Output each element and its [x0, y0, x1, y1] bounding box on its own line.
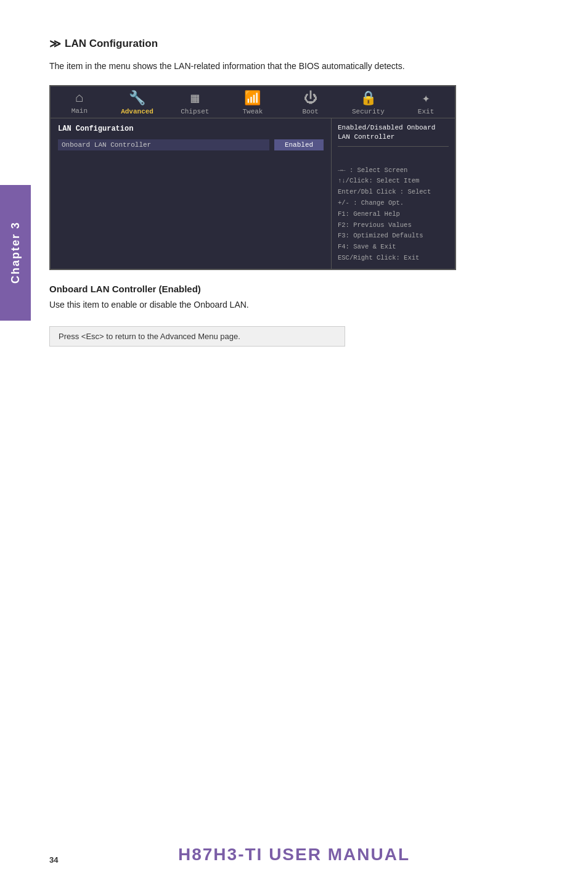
tweak-icon: 📶 [244, 90, 261, 107]
help-line: ESC/Right Click: Exit [338, 253, 449, 263]
bios-help-text: →← : Select Screen↑↓/Click: Select ItemE… [338, 165, 449, 263]
boot-icon: ⏻ [304, 90, 317, 107]
onboard-lan-desc: Use this item to enable or disable the O… [49, 298, 539, 313]
nav-label-advanced: Advanced [121, 108, 153, 115]
nav-label-boot: Boot [302, 108, 318, 115]
nav-item-advanced[interactable]: 🔧 Advanced [116, 90, 159, 115]
nav-item-security[interactable]: 🔒 Security [346, 90, 390, 115]
chapter-label: Chapter 3 [9, 221, 22, 284]
main-icon: ⌂ [75, 91, 83, 106]
nav-label-security: Security [352, 108, 385, 115]
chipset-icon: ▦ [191, 90, 199, 107]
nav-item-main[interactable]: ⌂ Main [58, 91, 101, 115]
bios-nav-bar: ⌂ Main 🔧 Advanced ▦ Chipset 📶 Tweak ⏻ Bo… [51, 86, 455, 118]
advanced-icon: 🔧 [129, 90, 145, 107]
nav-label-chipset: Chipset [181, 108, 209, 115]
exit-icon: ✦ [422, 90, 430, 107]
bios-ui-box: ⌂ Main 🔧 Advanced ▦ Chipset 📶 Tweak ⏻ Bo… [49, 85, 456, 270]
bios-right-panel: Enabled/Disabled Onboard LAN Controller … [332, 118, 455, 269]
bios-main-area: LAN Configuration Onboard LAN Controller… [51, 118, 455, 269]
footer-title: H87H3-TI USER MANUAL [0, 845, 588, 865]
nav-item-exit[interactable]: ✦ Exit [404, 90, 447, 115]
help-line: F2: Previous Values [338, 220, 449, 231]
security-icon: 🔒 [360, 90, 377, 107]
bios-row-value: Enabled [274, 139, 324, 150]
page-number: 34 [49, 855, 58, 865]
section-description: The item in the menu shows the LAN-relat… [49, 59, 539, 74]
bios-section-title: LAN Configuration [58, 125, 324, 133]
help-line: Enter/Dbl Click : Select [338, 187, 449, 197]
bios-left-panel: LAN Configuration Onboard LAN Controller… [51, 118, 332, 269]
esc-hint: Press <Esc> to return to the Advanced Me… [49, 326, 345, 347]
nav-item-chipset[interactable]: ▦ Chipset [173, 90, 216, 115]
help-line: ↑↓/Click: Select Item [338, 176, 449, 186]
section-title-text: LAN Configuration [65, 38, 158, 50]
nav-label-main: Main [71, 107, 88, 115]
nav-item-tweak[interactable]: 📶 Tweak [231, 90, 274, 115]
bios-row-label: Onboard LAN Controller [58, 139, 269, 150]
nav-label-exit: Exit [418, 108, 434, 115]
nav-label-tweak: Tweak [242, 108, 263, 115]
section-title: ≫ LAN Configuration [49, 37, 539, 51]
help-line: F3: Optimized Defaults [338, 231, 449, 241]
help-line: F4: Save & Exit [338, 242, 449, 252]
help-line: F1: General Help [338, 209, 449, 220]
help-line: +/- : Change Opt. [338, 198, 449, 208]
help-line: →← : Select Screen [338, 165, 449, 176]
bios-lan-row[interactable]: Onboard LAN Controller Enabled [58, 139, 324, 150]
chevron-icon: ≫ [49, 37, 61, 51]
footer: H87H3-TI USER MANUAL [0, 845, 588, 865]
nav-item-boot[interactable]: ⏻ Boot [289, 90, 332, 115]
onboard-lan-title: Onboard LAN Controller (Enabled) [49, 284, 539, 294]
bios-help-title: Enabled/Disabled Onboard LAN Controller [338, 123, 449, 147]
chapter-sidebar: Chapter 3 [0, 185, 31, 321]
